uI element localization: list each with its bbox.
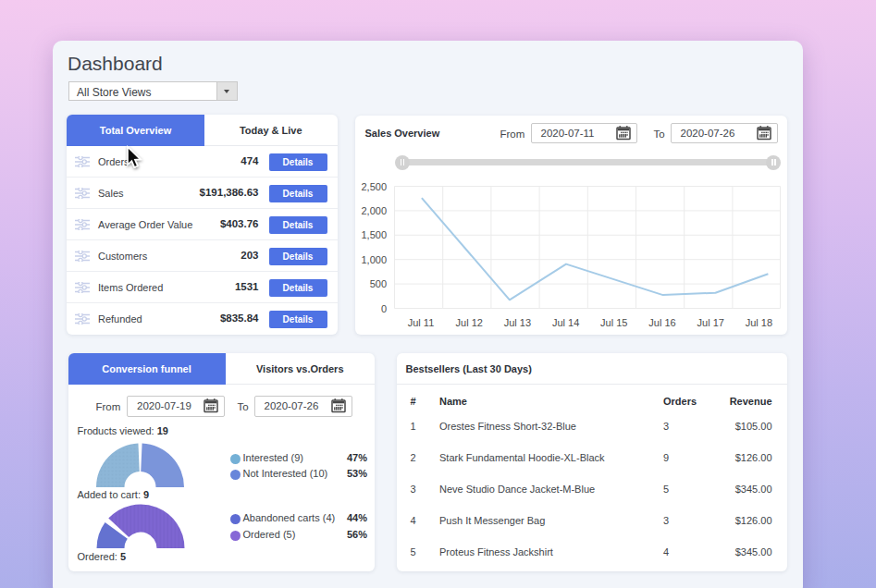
svg-text:Jul 14: Jul 14 (551, 317, 578, 328)
svg-text:0: 0 (380, 302, 386, 313)
svg-text:Jul 18: Jul 18 (745, 317, 771, 328)
svg-text:Jul 12: Jul 12 (455, 317, 482, 328)
svg-text:1,000: 1,000 (361, 253, 387, 264)
svg-text:Jul 11: Jul 11 (407, 317, 434, 328)
svg-text:1,500: 1,500 (361, 229, 387, 240)
svg-text:2,500: 2,500 (361, 180, 387, 191)
svg-text:Jul 13: Jul 13 (503, 317, 530, 328)
svg-text:2,000: 2,000 (361, 204, 387, 215)
svg-text:Jul 15: Jul 15 (600, 317, 627, 328)
svg-text:Jul 17: Jul 17 (697, 317, 723, 328)
svg-text:Jul 16: Jul 16 (648, 317, 675, 328)
svg-text:500: 500 (369, 278, 386, 289)
